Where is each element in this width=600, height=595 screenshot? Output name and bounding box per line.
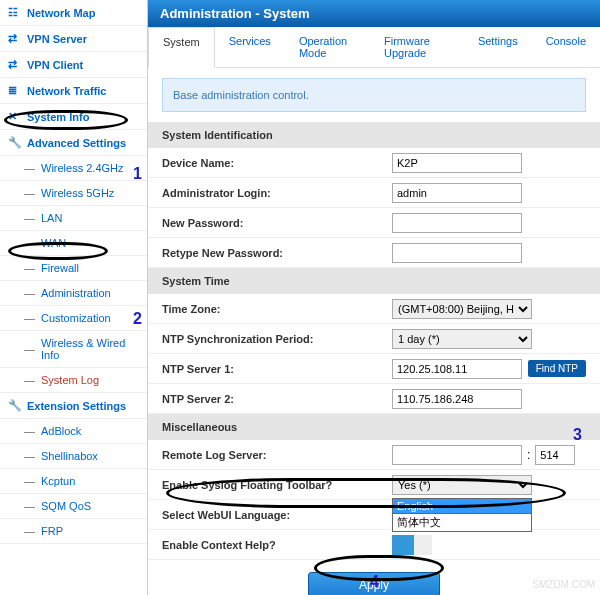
tab-firmware-upgrade[interactable]: Firmware Upgrade	[370, 27, 464, 67]
input-retype-password[interactable]	[392, 243, 522, 263]
label-ntp1: NTP Server 1:	[162, 363, 392, 375]
sidebar-item-extension-settings[interactable]: 🔧Extension Settings	[0, 393, 147, 419]
label-syslog-toolbar: Enable Syslog Floating Toolbar?	[162, 479, 392, 491]
label-timezone: Time Zone:	[162, 303, 392, 315]
sidebar-item-system-info[interactable]: ✕System Info	[0, 104, 147, 130]
apply-button[interactable]: Apply	[308, 572, 440, 595]
tab-services[interactable]: Services	[215, 27, 285, 67]
sidebar-item-vpn-client[interactable]: ⇄VPN Client	[0, 52, 147, 78]
section-system-time: System Time	[148, 268, 600, 294]
page-title: Administration - System	[148, 0, 600, 27]
sidebar-sub-lan[interactable]: —LAN	[0, 206, 147, 231]
sidebar-sub-administration[interactable]: —Administration	[0, 281, 147, 306]
section-miscellaneous: Miscellaneous	[148, 414, 600, 440]
sidebar-sub-customization[interactable]: —Customization	[0, 306, 147, 331]
input-remote-log-port[interactable]	[535, 445, 575, 465]
sidebar-sub-firewall[interactable]: —Firewall	[0, 256, 147, 281]
sidebar-item-advanced-settings[interactable]: 🔧Advanced Settings	[0, 130, 147, 156]
label-retype-password: Retype New Password:	[162, 247, 392, 259]
lang-option-chinese[interactable]: 简体中文	[392, 514, 532, 532]
label-remote-log: Remote Log Server:	[162, 449, 392, 461]
sidebar-sub-wan[interactable]: —WAN	[0, 231, 147, 256]
label-context-help: Enable Context Help?	[162, 539, 392, 551]
map-icon: ☷	[8, 6, 22, 19]
watermark: SMZDM.COM	[532, 579, 595, 590]
input-admin-login[interactable]	[392, 183, 522, 203]
lang-option-english[interactable]: English	[392, 498, 532, 514]
select-syslog[interactable]: Yes (*)	[392, 475, 532, 495]
tab-operation-mode[interactable]: Operation Mode	[285, 27, 370, 67]
label-ntp2: NTP Server 2:	[162, 393, 392, 405]
label-device-name: Device Name:	[162, 157, 392, 169]
wrench-icon: 🔧	[8, 399, 22, 412]
find-ntp-button[interactable]: Find NTP	[528, 360, 586, 377]
select-timezone[interactable]: (GMT+08:00) Beijing, Hong Kong	[392, 299, 532, 319]
sidebar-item-vpn-server[interactable]: ⇄VPN Server	[0, 26, 147, 52]
swap-icon: ⇄	[8, 32, 22, 45]
input-ntp2[interactable]	[392, 389, 522, 409]
input-ntp1[interactable]	[392, 359, 522, 379]
sidebar-sub-wireless-5[interactable]: —Wireless 5GHz	[0, 181, 147, 206]
label-ntp-sync: NTP Synchronization Period:	[162, 333, 392, 345]
sidebar-sub-frp[interactable]: —FRP	[0, 519, 147, 544]
sidebar-sub-shellinabox[interactable]: —Shellinabox	[0, 444, 147, 469]
sidebar-sub-sqm-qos[interactable]: —SQM QoS	[0, 494, 147, 519]
sidebar-sub-adblock[interactable]: —AdBlock	[0, 419, 147, 444]
toggle-context-help[interactable]	[392, 535, 432, 555]
bars-icon: ≣	[8, 84, 22, 97]
sidebar-item-network-traffic[interactable]: ≣Network Traffic	[0, 78, 147, 104]
label-webui-language: Select WebUI Language:	[162, 509, 392, 521]
label-admin-login: Administrator Login:	[162, 187, 392, 199]
input-device-name[interactable]	[392, 153, 522, 173]
tab-settings[interactable]: Settings	[464, 27, 532, 67]
sidebar-sub-kcptun[interactable]: —Kcptun	[0, 469, 147, 494]
tab-system[interactable]: System	[148, 27, 215, 68]
swap-icon: ⇄	[8, 58, 22, 71]
input-remote-log-host[interactable]	[392, 445, 522, 465]
main-content: Administration - System System Services …	[148, 0, 600, 595]
section-system-identification: System Identification	[148, 122, 600, 148]
tabs: System Services Operation Mode Firmware …	[148, 27, 600, 68]
sidebar-sub-system-log[interactable]: —System Log	[0, 368, 147, 393]
sidebar-sub-wireless-24[interactable]: —Wireless 2.4GHz	[0, 156, 147, 181]
input-new-password[interactable]	[392, 213, 522, 233]
tab-console[interactable]: Console	[532, 27, 600, 67]
sidebar-item-network-map[interactable]: ☷Network Map	[0, 0, 147, 26]
select-ntp-sync[interactable]: 1 day (*)	[392, 329, 532, 349]
select-language[interactable]: English 简体中文	[392, 498, 532, 532]
info-banner: Base administration control.	[162, 78, 586, 112]
sidebar-sub-wireless-wired[interactable]: —Wireless & Wired Info	[0, 331, 147, 368]
shuffle-icon: ✕	[8, 110, 22, 123]
label-new-password: New Password:	[162, 217, 392, 229]
sidebar: ☷Network Map ⇄VPN Server ⇄VPN Client ≣Ne…	[0, 0, 148, 595]
wrench-icon: 🔧	[8, 136, 22, 149]
